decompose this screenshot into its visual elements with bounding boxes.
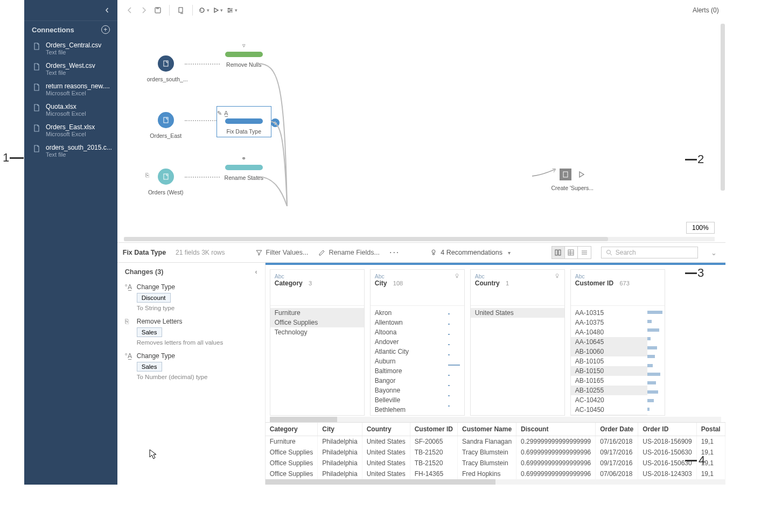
- forward-button[interactable]: [138, 4, 150, 16]
- column-header[interactable]: Postal: [696, 423, 725, 436]
- more-options-button[interactable]: ···: [389, 248, 400, 257]
- column-header[interactable]: Order Date: [596, 423, 638, 436]
- connect-button[interactable]: [175, 4, 187, 16]
- connection-item[interactable]: return reasons_new.... Microsoft Excel: [24, 79, 117, 100]
- table-row[interactable]: Office SuppliesPhiladelphiaUnited States…: [266, 447, 725, 458]
- table-cell: 0.299999999999999999: [516, 436, 596, 447]
- card-value[interactable]: Furniture: [270, 308, 364, 318]
- change-item[interactable]: ⎘ Remove Letters Sales Removes letters f…: [117, 314, 265, 349]
- lightbulb-icon[interactable]: [454, 273, 460, 279]
- table-cell: 0.699999999999999996: [516, 458, 596, 468]
- zoom-level[interactable]: 100%: [686, 222, 715, 234]
- profile-card[interactable]: Abc Customer ID 673 AA-10315AA-10375AA-1…: [570, 269, 665, 416]
- card-value[interactable]: AB-10060: [571, 347, 647, 356]
- node-orders-south[interactable]: orders_south_...: [147, 55, 185, 82]
- rename-fields-button[interactable]: Rename Fields...: [318, 249, 379, 256]
- change-item[interactable]: °A̲ Change Type Sales To Number (decimal…: [117, 349, 265, 383]
- table-cell: Philadelphia: [318, 447, 362, 458]
- node-label: Orders_East: [147, 132, 185, 139]
- card-value[interactable]: Allentown: [371, 318, 448, 327]
- grid-scrollbar[interactable]: [266, 479, 725, 485]
- column-header[interactable]: City: [318, 423, 362, 436]
- card-value[interactable]: Bethlehem: [371, 405, 448, 415]
- card-value[interactable]: AA-10645: [571, 337, 647, 347]
- connection-item[interactable]: Orders_West.csv Text file: [24, 59, 117, 79]
- card-value[interactable]: United States: [471, 308, 564, 318]
- search-input[interactable]: Search: [601, 247, 698, 258]
- connection-item[interactable]: Quota.xlsx Microsoft Excel: [24, 100, 117, 120]
- collapse-changes-icon[interactable]: ‹: [255, 268, 257, 276]
- run-output-icon[interactable]: [578, 171, 585, 178]
- settings-button[interactable]: [226, 4, 238, 16]
- view-toggle-group: [551, 246, 591, 259]
- connection-type: Text file: [46, 69, 112, 76]
- sidebar-top: [24, 0, 117, 20]
- field-type: Abc: [575, 273, 585, 279]
- flow-curves: [257, 61, 301, 206]
- card-value[interactable]: Beverly: [371, 415, 448, 415]
- card-value[interactable]: AB-10105: [571, 356, 647, 366]
- save-button[interactable]: [152, 4, 164, 16]
- card-value[interactable]: Technology: [270, 327, 364, 337]
- back-button[interactable]: [124, 4, 136, 16]
- table-row[interactable]: Office SuppliesPhiladelphiaUnited States…: [266, 458, 725, 468]
- card-value[interactable]: Andover: [371, 337, 448, 347]
- recommendations-button[interactable]: 4 Recommendations: [430, 249, 511, 256]
- grid-view-button[interactable]: [565, 247, 578, 258]
- card-value[interactable]: AA-10375: [571, 318, 647, 327]
- profile-card[interactable]: Abc Country 1 United States: [470, 269, 565, 416]
- card-value[interactable]: AC-10615: [571, 415, 647, 415]
- table-row[interactable]: FurniturePhiladelphiaUnited StatesSF-200…: [266, 436, 725, 447]
- card-value[interactable]: AB-10150: [571, 366, 647, 376]
- node-output[interactable]: Create 'Supers...: [551, 169, 594, 191]
- column-header[interactable]: Customer ID: [410, 423, 457, 436]
- run-button[interactable]: [212, 4, 224, 16]
- connection-item[interactable]: Orders_Central.csv Text file: [24, 38, 117, 59]
- column-header[interactable]: Discount: [516, 423, 596, 436]
- cards-scrollbar[interactable]: [270, 417, 721, 422]
- expand-button[interactable]: ⌄: [708, 249, 720, 257]
- card-value[interactable]: AA-10480: [571, 327, 647, 337]
- profile-view-button[interactable]: [552, 247, 565, 258]
- field-name: Country: [475, 279, 500, 287]
- list-view-button[interactable]: [578, 247, 591, 258]
- change-item[interactable]: °A̲ Change Type Discount To String type: [117, 280, 265, 314]
- table-row[interactable]: Office SuppliesPhiladelphiaUnited States…: [266, 468, 725, 479]
- card-value[interactable]: AB-10255: [571, 386, 647, 395]
- column-header[interactable]: Order ID: [638, 423, 696, 436]
- column-header[interactable]: Customer Name: [458, 423, 516, 436]
- card-value[interactable]: Baltimore: [371, 366, 448, 376]
- collapse-sidebar-icon[interactable]: [104, 5, 110, 15]
- node-orders-west[interactable]: ⎘ Orders (West): [147, 169, 185, 195]
- alerts-label[interactable]: Alerts (0): [693, 6, 719, 14]
- field-name: Category: [275, 279, 303, 287]
- card-value[interactable]: AA-10315: [571, 308, 647, 318]
- column-header[interactable]: Category: [266, 423, 318, 436]
- column-header[interactable]: Country: [362, 423, 410, 436]
- node-orders-east[interactable]: Orders_East: [147, 112, 185, 139]
- filter-values-button[interactable]: Filter Values...: [255, 249, 309, 256]
- card-value[interactable]: AB-10165: [571, 376, 647, 386]
- profile-card[interactable]: Abc City 108 AkronAllentownAltoonaAndove…: [370, 269, 465, 416]
- profile-card[interactable]: Abc Category 3 FurnitureOffice SuppliesT…: [270, 269, 365, 416]
- card-value[interactable]: Bayonne: [371, 386, 448, 395]
- card-value[interactable]: AC-10420: [571, 395, 647, 405]
- card-value[interactable]: AC-10450: [571, 405, 647, 415]
- canvas-scrollbar-horizontal[interactable]: [124, 237, 715, 241]
- card-value[interactable]: Belleville: [371, 395, 448, 405]
- card-value[interactable]: Atlantic City: [371, 347, 448, 356]
- connection-item[interactable]: orders_south_2015.c... Text file: [24, 141, 117, 161]
- canvas-scrollbar-vertical[interactable]: [721, 24, 725, 191]
- card-value[interactable]: Auburn: [371, 356, 448, 366]
- toolbar-separator: [192, 5, 193, 16]
- refresh-button[interactable]: [198, 4, 210, 16]
- flow-canvas[interactable]: orders_south_... ▿ Remove Nulls Orders_E…: [117, 20, 725, 242]
- node-label: orders_south_...: [147, 76, 185, 82]
- connection-item[interactable]: Orders_East.xlsx Microsoft Excel: [24, 120, 117, 141]
- card-value[interactable]: Akron: [371, 308, 448, 318]
- add-connection-icon[interactable]: +: [101, 25, 110, 34]
- card-value[interactable]: Office Supplies: [270, 318, 364, 327]
- card-value[interactable]: Altoona: [371, 327, 448, 337]
- lightbulb-icon[interactable]: [554, 273, 560, 279]
- card-value[interactable]: Bangor: [371, 376, 448, 386]
